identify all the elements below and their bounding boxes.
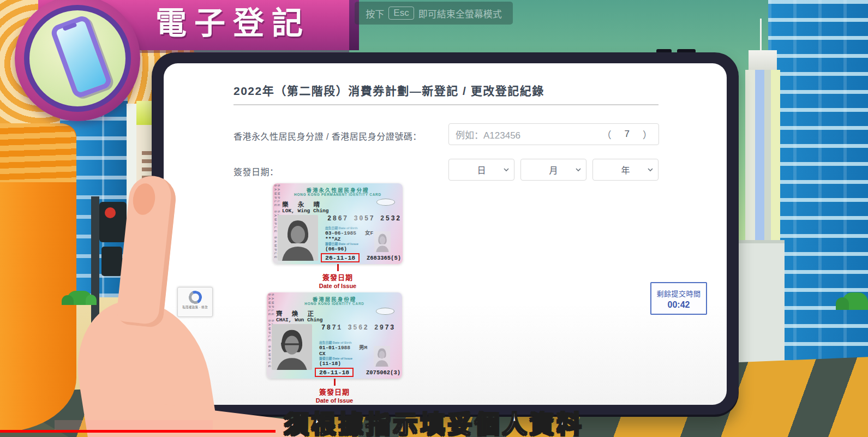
bush-right [842, 292, 868, 310]
issue-year-value: 年 [621, 163, 630, 176]
card-number: 7871 3562 2973 [321, 324, 396, 332]
id-number-label: 香港永久性居民身分證 / 香港居民身分證號碼： [234, 129, 422, 142]
sample-card-identity: SAMPLE SAMPLE SAMPLE SAMPLE SAMPLE SAMPL… [267, 292, 402, 404]
id-number-placeholder: 例如：A123456 [456, 128, 520, 141]
callout-label-zh: 簽發日期 [273, 272, 403, 282]
check-digit-input[interactable]: 7 [625, 129, 630, 140]
recaptcha-badge[interactable]: 私隱權政策 - 條款 [177, 287, 213, 317]
check-digit-paren-close: ） [643, 128, 652, 141]
issue-label: 簽發日期 Date of Issue [319, 356, 352, 361]
submission-timer: 剩餘提交時間 00:42 [650, 282, 707, 315]
tablet-screen: 2022年（第二階段）消費券計劃—新登記 / 更改登記紀錄 香港永久性居民身分證… [164, 63, 727, 405]
chevron-down-icon [648, 168, 653, 172]
hkid-card-image: SAMPLE SAMPLE SAMPLE SAMPLE SAMPLE SAMPL… [267, 292, 402, 379]
timer-value: 00:42 [651, 300, 706, 310]
card-name-en: CHAI, Wun Ching [276, 317, 323, 323]
tablet-device: 2022年（第二階段）消費券計劃—新登記 / 更改登記紀錄 香港永久性居民身分證… [152, 52, 739, 417]
traffic-light [99, 202, 127, 242]
card-title-en: HONG KONG PERMANENT IDENTITY CARD [273, 193, 403, 196]
card-name-en: LOK, Wing Ching [282, 208, 329, 214]
issue-day-select[interactable]: 日 [448, 159, 514, 181]
recaptcha-icon [187, 289, 203, 306]
title-divider [234, 104, 659, 105]
hologram-oval [376, 308, 394, 315]
timer-label: 剩餘提交時間 [651, 288, 706, 298]
orange-pillar [0, 123, 76, 432]
hint-prefix: 按下 [366, 7, 384, 20]
card-name-zh: 齊 煥 正 [276, 309, 318, 318]
antenna-building-cap [749, 50, 777, 71]
sample-card-permanent-id: SAMPLE SAMPLE SAMPLE SAMPLE SAMPLE SAMPL… [273, 183, 403, 289]
issue-year-select[interactable]: 年 [592, 159, 659, 181]
bush-left [67, 291, 92, 305]
card-name-zh: 樂 永 晴 [282, 200, 324, 208]
card-serial: Z683365(5) [367, 255, 401, 261]
callout-label-en: Date of Issue [267, 397, 402, 404]
portrait-photo [272, 324, 312, 370]
dob-value: 01-01-1988男M [319, 343, 367, 351]
banner-title: 電子登記 [155, 0, 310, 43]
id-number-input[interactable]: 例如：A123456 （ 7 ） [448, 123, 659, 145]
first-issue-date: (11-18) [319, 361, 341, 367]
check-digit-paren-open: （ [602, 128, 612, 141]
card-code: CX [319, 351, 325, 357]
card-title-en: HONG KONG IDENTITY CARD [267, 302, 402, 306]
card-serial: Z075062(3) [366, 369, 400, 376]
dob-label: 出生日期 Date of Birth [325, 225, 358, 230]
dob-label: 出生日期 Date of Birth [319, 340, 352, 345]
gender: 男M [359, 345, 367, 351]
hint-suffix: 即可結束全螢幕模式 [418, 7, 502, 20]
callout-connector [334, 379, 336, 386]
red-light [105, 207, 116, 218]
video-progress-bar[interactable] [0, 430, 276, 433]
hkid-card-image: SAMPLE SAMPLE SAMPLE SAMPLE SAMPLE SAMPL… [273, 183, 403, 264]
video-progress-hover [55, 420, 213, 431]
issue-month-value: 月 [549, 163, 558, 176]
dob-value: 03-06-1985女F [325, 229, 373, 236]
phone-badge [15, 0, 140, 121]
recaptcha-caption: 私隱權政策 - 條款 [178, 305, 212, 309]
antenna-building-tower [745, 70, 780, 251]
hologram-oval [376, 199, 395, 206]
callout-label-en: Date of Issue [273, 283, 403, 289]
page-title: 2022年（第二階段）消費券計劃—新登記 / 更改登記紀錄 [234, 82, 544, 98]
portrait-photo [278, 215, 318, 261]
antenna [760, 19, 762, 52]
issue-date-label: 簽發日期： [234, 165, 279, 178]
issue-label: 簽發日期 Date of Issue [325, 241, 358, 246]
gender: 女F [365, 230, 373, 236]
card-number: 2867 3057 2532 [327, 215, 402, 223]
issue-day-value: 日 [477, 163, 486, 176]
callout-label-zh: 簽發日期 [267, 386, 402, 397]
callout-connector [337, 264, 339, 271]
ghost-photo [374, 346, 390, 367]
esc-key: Esc [388, 7, 414, 20]
first-issue-date: (06-96) [325, 246, 347, 252]
issue-month-select[interactable]: 月 [520, 159, 586, 181]
chevron-down-icon [504, 168, 509, 172]
issue-date-highlight: 26-11-18 [315, 368, 354, 377]
card-code: ***AZ [325, 236, 341, 242]
chevron-down-icon [576, 168, 581, 172]
issue-date-highlight: 26-11-18 [321, 253, 360, 262]
fullscreen-exit-hint: 按下 Esc 即可結束全螢幕模式 [355, 2, 513, 25]
video-frame: 2022年（第二階段）消費券計劃—新登記 / 更改登記紀錄 香港永久性居民身分證… [0, 0, 868, 437]
traffic-light-box [101, 247, 122, 276]
ghost-photo [374, 231, 391, 252]
